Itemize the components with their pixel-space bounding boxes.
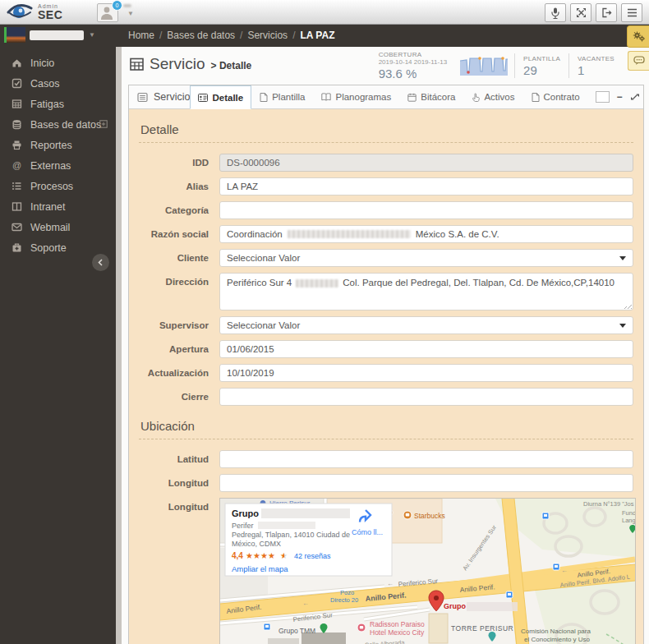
- logout-button[interactable]: [596, 3, 617, 22]
- svg-text:@: @: [12, 160, 21, 170]
- redacted-card-text: [261, 508, 350, 518]
- breadcrumb-home[interactable]: Home: [128, 30, 154, 41]
- sidebar-item-externas[interactable]: @ Externas: [0, 155, 116, 176]
- panel-minimize-button[interactable]: −: [617, 93, 623, 101]
- comments-button[interactable]: [628, 51, 649, 71]
- hand-pointer-icon: [472, 93, 480, 102]
- id-card-icon: [198, 94, 208, 102]
- file-icon: [532, 93, 540, 102]
- card-address: Pedregal, Tlalpan, 14010 Ciudad de: [232, 531, 350, 539]
- app-logo: Admin SEC: [7, 2, 62, 21]
- longitud-input[interactable]: [219, 474, 633, 492]
- tab-plantilla[interactable]: Plantilla: [251, 85, 313, 108]
- tab-activos[interactable]: Activos: [463, 85, 522, 108]
- panel-expand-button[interactable]: [630, 92, 640, 102]
- sidebar-item-webmail[interactable]: Webmail: [0, 217, 116, 237]
- expand-map-link[interactable]: Ampliar el mapa: [232, 564, 288, 573]
- field-cierre: Cierre: [139, 388, 633, 406]
- redacted-user-name: [30, 30, 84, 40]
- breadcrumb-bar: ▼ Home / Bases de datos / Servicios / LA…: [0, 24, 649, 47]
- user-photo: [7, 27, 25, 43]
- sidebar-item-intranet[interactable]: Intranet: [0, 196, 116, 217]
- fullscreen-button[interactable]: [570, 3, 591, 22]
- rating-stars: ★★★★: [246, 551, 275, 560]
- redacted-text: [296, 279, 338, 288]
- menu-button[interactable]: [621, 3, 642, 22]
- chevron-left-icon: [97, 259, 104, 266]
- sidebar-item-casos[interactable]: Casos: [0, 73, 116, 94]
- sidebar-scroll-track[interactable]: [116, 47, 122, 644]
- map-label: Grupo TMM: [278, 627, 315, 635]
- sidebar-collapse-button[interactable]: [92, 254, 109, 271]
- top-header: Admin SEC 0 ▼: [0, 0, 649, 25]
- direccion-textarea[interactable]: Periférico Sur 4Col. Parque del Pedregal…: [219, 273, 633, 310]
- panel-checkbox[interactable]: [596, 91, 610, 103]
- categoria-input[interactable]: [219, 201, 633, 219]
- vacantes-stat: VACANTES 1: [569, 55, 623, 77]
- sidebar-user-chip[interactable]: ▼: [4, 27, 95, 43]
- service-stats: COBERTURA 2019-10-14 2019-11-13 93.6 % P…: [371, 51, 623, 80]
- breadcrumb-servicios[interactable]: Servicios: [247, 30, 288, 41]
- user-avatar-button[interactable]: 0: [97, 3, 118, 22]
- card-title: Grupo: [232, 508, 259, 518]
- map-label: Hotel Mexico City: [370, 628, 425, 637]
- razon-social-input[interactable]: CoordinaciónMéxico S.A. de C.V.: [219, 225, 633, 243]
- reviews-link[interactable]: 42 reseñas: [294, 552, 331, 560]
- speech-bubble-icon: [633, 56, 645, 66]
- page-subtitle: Detalle: [219, 60, 251, 71]
- chevron-down-icon: ▼: [89, 31, 95, 39]
- settings-button[interactable]: [627, 25, 649, 48]
- main-content: Servicio > Detalle COBERTURA 2019-10-14 …: [122, 47, 649, 644]
- calendar-icon: [407, 93, 417, 102]
- map-info-card: Grupo Cómo ll... Periferdel Pedregal, Tl…: [225, 504, 392, 576]
- resize-grip[interactable]: [624, 301, 632, 309]
- tab-detalle[interactable]: Detalle: [190, 85, 251, 109]
- book-icon: [321, 93, 331, 101]
- check-square-icon: [11, 78, 23, 89]
- apertura-input[interactable]: [219, 340, 633, 358]
- sidebar-item-bases-de-datos[interactable]: Bases de datos: [0, 114, 116, 135]
- file-icon: [260, 93, 268, 102]
- panel-tabs: Detalle Plantilla Planogramas Bitácora A…: [190, 85, 587, 108]
- latitud-input[interactable]: [219, 450, 633, 468]
- tab-bitacora[interactable]: Bitácora: [399, 85, 463, 108]
- redacted-card-text: [258, 522, 315, 529]
- svg-text:←: ←: [387, 580, 394, 587]
- panel-header: Servicio Detalle Plantilla Planogramas: [129, 85, 643, 109]
- alias-input[interactable]: [219, 177, 633, 196]
- home-icon: [11, 58, 23, 68]
- gears-icon: [633, 31, 645, 42]
- sidebar-item-procesos[interactable]: Procesos: [0, 176, 116, 196]
- cierre-input[interactable]: [219, 388, 633, 406]
- columns-icon: [11, 201, 23, 212]
- plus-square-icon[interactable]: [99, 120, 108, 128]
- map-label-starbucks: Starbucks: [414, 512, 445, 520]
- chevron-down-icon[interactable]: ▼: [127, 10, 134, 17]
- google-map[interactable]: ←→←← Hierro Perisur Starbucks Av. Insurg…: [219, 498, 636, 644]
- field-direccion: Dirección Periférico Sur 4Col. Parque de…: [139, 273, 633, 310]
- map-label: Funda: [622, 509, 635, 517]
- cliente-select[interactable]: Seleccionar Valor: [219, 249, 633, 267]
- sidebar-item-reportes[interactable]: Reportes: [0, 135, 116, 155]
- supervisor-select[interactable]: Seleccionar Valor: [219, 316, 633, 334]
- sidebar-item-fatigas[interactable]: Fatigas: [0, 94, 116, 114]
- microphone-button[interactable]: [545, 3, 566, 22]
- envelope-icon: [11, 222, 23, 232]
- map-label: el Conocimiento y Uso: [524, 636, 591, 643]
- tab-planogramas[interactable]: Planogramas: [313, 85, 399, 108]
- map-label-grupo: Grupo: [444, 602, 466, 610]
- field-razon-social: Razón social CoordinaciónMéxico S.A. de …: [139, 225, 633, 243]
- breadcrumb-current: LA PAZ: [300, 30, 334, 41]
- actualizacion-input[interactable]: [219, 364, 633, 382]
- table-icon: [11, 99, 23, 109]
- sidebar-item-inicio[interactable]: Inicio: [0, 53, 116, 73]
- idd-input[interactable]: [219, 154, 633, 172]
- sidebar: Inicio Casos Fatigas Bases de datos Repo…: [0, 47, 116, 644]
- redacted-username: [123, 4, 131, 7]
- breadcrumb-bases-de-datos[interactable]: Bases de datos: [167, 30, 235, 41]
- directions-link[interactable]: Cómo ll...: [352, 528, 383, 536]
- field-idd: IDD: [139, 154, 633, 172]
- select-caret-icon: [619, 256, 626, 260]
- map-label: Diurna N°139 "Jos: [583, 500, 634, 508]
- tab-contrato[interactable]: Contrato: [523, 85, 588, 108]
